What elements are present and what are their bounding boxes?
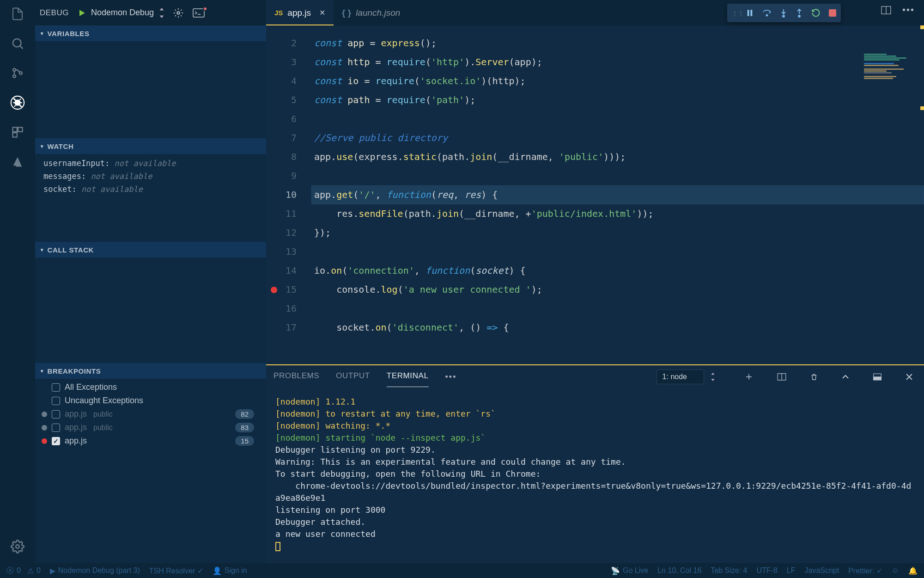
config-switch-icon[interactable]	[158, 8, 165, 18]
breakpoint-exception[interactable]: All Exceptions	[35, 381, 266, 394]
svg-rect-17	[829, 9, 836, 17]
svg-point-2	[13, 75, 16, 78]
checkbox[interactable]	[52, 437, 60, 445]
extensions-icon[interactable]	[9, 124, 26, 141]
status-lang[interactable]: JavaScript	[804, 566, 839, 575]
minimap[interactable]	[864, 53, 919, 123]
svg-point-0	[13, 39, 21, 47]
pause-icon[interactable]	[746, 9, 754, 17]
status-encoding[interactable]: UTF-8	[756, 566, 777, 575]
status-bar: ⓧ0⚠0 ▶ Nodemon Debug (part 3) TSH Resolv…	[0, 563, 924, 578]
restart-icon[interactable]	[811, 8, 821, 18]
output-tab[interactable]: OUTPUT	[336, 371, 370, 382]
problems-tab[interactable]: PROBLEMS	[274, 371, 319, 382]
chevron-down-icon: ▾	[41, 31, 44, 37]
breakpoint-item[interactable]: app.jspublic83	[35, 421, 266, 434]
drag-handle-icon[interactable]: ⋮⋮	[732, 10, 737, 17]
checkbox[interactable]	[52, 424, 60, 432]
breakpoint-dot-icon	[42, 412, 47, 417]
watch-item[interactable]: usernameInput: not available	[35, 157, 266, 170]
svg-point-9	[16, 545, 19, 548]
svg-point-10	[177, 12, 180, 14]
breakpoint-gutter-icon[interactable]	[271, 287, 277, 293]
svg-point-16	[798, 15, 800, 17]
breakpoint-item[interactable]: app.jspublic82	[35, 407, 266, 421]
callstack-body	[35, 258, 266, 363]
code-editor[interactable]: 234567891011121314151617 const app = exp…	[266, 25, 924, 364]
debug-title: DEBUG	[40, 8, 69, 18]
svg-point-3	[19, 72, 22, 74]
svg-rect-23	[874, 377, 881, 380]
kill-terminal-icon[interactable]	[810, 373, 818, 381]
panel-tabs: PROBLEMS OUTPUT TERMINAL ••• 1: node	[266, 365, 924, 388]
debug-header: DEBUG Nodemon Debug	[35, 0, 266, 25]
close-panel-icon[interactable]	[906, 373, 913, 381]
terminal-selector[interactable]: 1: node	[657, 369, 704, 384]
status-lncol[interactable]: Ln 10, Col 16	[657, 566, 701, 575]
breakpoint-item[interactable]: app.js15	[35, 434, 266, 448]
split-editor-icon[interactable]	[881, 6, 891, 14]
debug-settings-icon[interactable]	[173, 8, 183, 18]
step-over-icon[interactable]	[762, 9, 772, 17]
status-feedback-icon[interactable]: ☺	[892, 566, 899, 575]
debug-toolbar[interactable]: ⋮⋮	[727, 4, 841, 22]
status-eol[interactable]: LF	[787, 566, 796, 575]
watch-item[interactable]: messages: not available	[35, 170, 266, 183]
step-into-icon[interactable]	[780, 8, 787, 18]
stop-icon[interactable]	[829, 9, 836, 17]
activity-bar	[0, 0, 35, 563]
terminal-tab[interactable]: TERMINAL	[387, 371, 429, 382]
js-file-icon: JS	[274, 9, 283, 17]
variables-section-header[interactable]: ▾VARIABLES	[35, 25, 266, 41]
callstack-section-header[interactable]: ▾CALL STACK	[35, 242, 266, 258]
status-debug-session[interactable]: ▶ Nodemon Debug (part 3)	[50, 566, 140, 575]
close-tab-icon[interactable]: ✕	[319, 8, 325, 17]
checkbox[interactable]	[52, 397, 60, 405]
settings-gear-icon[interactable]	[9, 538, 26, 555]
status-signin[interactable]: 👤 Sign in	[213, 566, 247, 575]
status-errors[interactable]: ⓧ0⚠0	[6, 566, 41, 576]
chevron-down-icon: ▾	[41, 368, 44, 374]
editor-group: JSapp.js✕{ }launch.json ⋮⋮ ••• 234567891…	[266, 0, 924, 563]
status-golive[interactable]: 📡 Go Live	[611, 566, 648, 575]
new-terminal-icon[interactable]	[745, 373, 753, 381]
split-terminal-icon[interactable]	[777, 373, 786, 381]
breakpoints-section-header[interactable]: ▾BREAKPOINTS	[35, 363, 266, 379]
checkbox[interactable]	[52, 410, 60, 418]
explorer-icon[interactable]	[9, 6, 26, 22]
svg-rect-11	[193, 9, 204, 17]
watch-body: usernameInput: not availablemessages: no…	[35, 154, 266, 242]
watch-item[interactable]: socket: not available	[35, 183, 266, 196]
svg-point-5	[15, 100, 20, 105]
editor-tab[interactable]: { }launch.json	[334, 0, 408, 25]
debug-console-icon[interactable]	[193, 8, 205, 18]
breakpoint-dot-icon	[42, 425, 47, 430]
status-resolver[interactable]: TSH Resolver ✓	[149, 566, 203, 575]
watch-section-header[interactable]: ▾WATCH	[35, 138, 266, 154]
search-icon[interactable]	[9, 35, 26, 52]
chevron-down-icon: ▾	[41, 247, 44, 253]
editor-tab[interactable]: JSapp.js✕	[266, 0, 334, 25]
breakpoint-exception[interactable]: Uncaught Exceptions	[35, 394, 266, 407]
json-file-icon: { }	[342, 8, 351, 18]
step-out-icon[interactable]	[796, 8, 803, 18]
svg-rect-13	[751, 10, 753, 16]
status-tabsize[interactable]: Tab Size: 4	[711, 566, 747, 575]
status-prettier[interactable]: Prettier: ✓	[848, 566, 882, 575]
source-control-icon[interactable]	[9, 65, 26, 81]
breakpoints-body: All ExceptionsUncaught Exceptionsapp.jsp…	[35, 379, 266, 452]
terminal-output[interactable]: [nodemon] 1.12.1[nodemon] to restart at …	[266, 388, 924, 563]
more-actions-icon[interactable]: •••	[902, 5, 915, 15]
svg-rect-8	[13, 133, 17, 137]
more-panels-icon[interactable]: •••	[445, 372, 457, 382]
svg-rect-7	[18, 128, 22, 132]
panel-up-icon[interactable]	[842, 374, 849, 380]
azure-icon[interactable]	[9, 154, 26, 170]
terminal-select-arrows[interactable]	[711, 373, 715, 381]
status-notifications-icon[interactable]: 🔔	[908, 566, 918, 575]
checkbox[interactable]	[52, 383, 60, 392]
maximize-panel-icon[interactable]	[873, 373, 881, 381]
debug-icon[interactable]	[9, 94, 26, 111]
start-debug-icon[interactable]	[77, 8, 86, 18]
debug-config-selector[interactable]: Nodemon Debug	[91, 8, 154, 18]
